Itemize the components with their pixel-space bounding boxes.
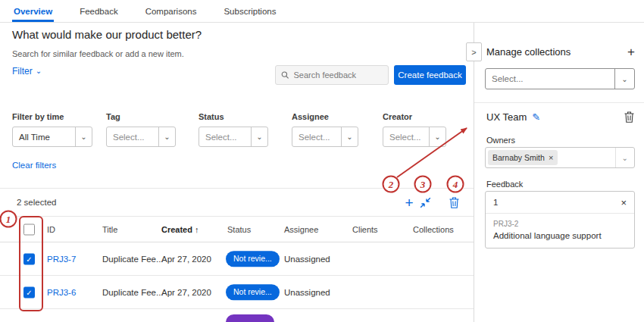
filter-field-creator: Creator Select... ⌄ [383, 112, 446, 147]
top-tabbar: Overview Feedback Comparisons Subscripti… [0, 0, 644, 23]
row-title: Duplicate Fee... [102, 255, 164, 264]
toolbar-add-button[interactable]: + [402, 195, 417, 210]
column-header-title[interactable]: Title [102, 225, 117, 234]
owner-tag-label: Barnaby Smith [492, 153, 545, 162]
column-header-clients[interactable]: Clients [352, 225, 378, 234]
merge-arrows-icon [420, 197, 431, 208]
feedback-app: Overview Feedback Comparisons Subscripti… [0, 0, 644, 322]
trash-icon [449, 197, 459, 208]
collapse-panel-button[interactable]: > [466, 42, 482, 61]
collection-name: UX Team [486, 111, 527, 123]
creator-filter-select[interactable]: Select... ⌄ [383, 127, 446, 147]
filter-label-tag: Tag [106, 112, 176, 121]
filter-toggle-label: Filter [12, 66, 33, 77]
chevron-down-icon: ⌄ [614, 69, 634, 89]
chevron-down-icon: ⌄ [75, 127, 92, 146]
edit-collection-button[interactable]: ✎ [532, 112, 540, 122]
pencil-icon: ✎ [532, 111, 540, 123]
collection-header: UX Team ✎ [486, 111, 634, 123]
panel-header: Manage collections + [486, 45, 635, 58]
tab-comparisons[interactable]: Comparisons [144, 0, 199, 22]
chevron-right-icon: > [471, 48, 476, 57]
select-all-checkbox[interactable] [23, 224, 35, 235]
filter-field-status: Status Select... ⌄ [199, 112, 268, 147]
tab-subscriptions[interactable]: Subscriptions [222, 0, 277, 22]
clear-filters-link[interactable]: Clear filters [12, 161, 56, 170]
toolbar-merge-button[interactable] [417, 195, 433, 210]
feedback-item-id: PRJ3-2 [493, 220, 627, 228]
time-filter-value: All Time [13, 127, 75, 146]
row-checkbox[interactable]: ✓ [23, 286, 35, 298]
creator-filter-value: Select... [383, 127, 429, 146]
owner-tag: Barnaby Smith × [488, 150, 558, 165]
tab-feedback[interactable]: Feedback [78, 0, 120, 22]
filter-field-assignee: Assignee Select... ⌄ [292, 112, 358, 147]
tag-filter-select[interactable]: Select... ⌄ [106, 127, 176, 147]
table-row: ✓ PRJ3-7 Duplicate Fee... Apr 27, 2020 N… [0, 242, 474, 276]
sort-asc-icon: ↑ [195, 225, 199, 234]
filter-label-time: Filter by time [12, 112, 92, 121]
page-title: What would make our product better? [12, 28, 202, 41]
create-feedback-button[interactable]: Create feedback [394, 65, 466, 85]
table-row: ✓ PRJ3-6 Duplicate Fee... Apr 27, 2020 N… [0, 276, 474, 309]
feedback-list-item[interactable]: PRJ3-2 Additional language support [486, 214, 634, 248]
page-subtitle: Search for similar feedback or add a new… [12, 49, 184, 58]
row-checkbox[interactable]: ✓ [23, 253, 35, 264]
column-header-status[interactable]: Status [227, 225, 251, 234]
table-header: ID Title Created ↑ Status Assignee Clien… [0, 217, 474, 242]
search-feedback-input[interactable] [294, 70, 383, 80]
column-header-id[interactable]: ID [47, 225, 55, 234]
filter-toggle[interactable]: Filter ⌄ [12, 66, 42, 77]
chevron-down-icon: ⌄ [341, 127, 358, 146]
chevron-down-icon: ⌄ [251, 127, 267, 146]
collection-select-value: Select... [486, 69, 614, 89]
delete-collection-button[interactable] [624, 111, 634, 123]
status-pill[interactable]: Not revie... [226, 284, 280, 301]
search-feedback-box[interactable] [275, 65, 389, 85]
feedback-filter-row: 1 × [486, 192, 634, 214]
chevron-down-icon: ⌄ [429, 127, 445, 146]
time-filter-select[interactable]: All Time ⌄ [12, 127, 92, 147]
tag-filter-value: Select... [107, 127, 158, 146]
remove-owner-icon[interactable]: × [549, 154, 553, 162]
check-icon: ✓ [26, 255, 32, 263]
column-header-collections[interactable]: Collections [413, 225, 454, 234]
owners-label: Owners [486, 136, 515, 145]
add-collection-button[interactable]: + [627, 45, 635, 58]
filter-label-assignee: Assignee [292, 112, 358, 121]
chevron-down-icon: ⌄ [615, 148, 634, 167]
row-title: Duplicate Fee... [102, 288, 164, 297]
manage-collections-panel: > Manage collections + Select... ⌄ UX Te… [474, 23, 644, 322]
row-created: Apr 27, 2020 [161, 288, 211, 297]
column-header-created-label: Created [161, 225, 192, 234]
filter-field-tag: Tag Select... ⌄ [106, 112, 176, 147]
column-header-created[interactable]: Created ↑ [161, 225, 199, 234]
status-filter-select[interactable]: Select... ⌄ [199, 127, 268, 147]
column-header-assignee[interactable]: Assignee [284, 225, 318, 234]
tab-overview[interactable]: Overview [12, 0, 54, 22]
trash-icon [624, 111, 634, 123]
row-id-link[interactable]: PRJ3-7 [47, 255, 76, 264]
toolbar-delete-button[interactable] [446, 195, 461, 210]
search-icon [281, 70, 289, 80]
main-content: What would make our product better? Sear… [0, 23, 474, 322]
status-filter-value: Select... [199, 127, 251, 146]
clear-feedback-filter-button[interactable]: × [621, 198, 627, 208]
panel-divider [474, 102, 644, 103]
owners-select[interactable]: Barnaby Smith × ⌄ [485, 147, 635, 168]
close-icon: × [621, 197, 627, 208]
row-assignee: Unassigned [284, 288, 330, 297]
assignee-filter-select[interactable]: Select... ⌄ [292, 127, 358, 147]
selected-count: 2 selected [17, 198, 56, 207]
chevron-down-icon: ⌄ [158, 127, 175, 146]
collection-select[interactable]: Select... ⌄ [485, 68, 635, 89]
status-pill-partial[interactable] [226, 314, 274, 322]
collection-feedback-box: 1 × PRJ3-2 Additional language support [485, 191, 635, 249]
row-id-link[interactable]: PRJ3-6 [47, 288, 76, 297]
row-created: Apr 27, 2020 [161, 255, 211, 264]
panel-title: Manage collections [486, 46, 571, 58]
status-pill[interactable]: Not revie... [226, 251, 280, 267]
filter-field-time: Filter by time All Time ⌄ [12, 112, 92, 147]
plus-icon: + [405, 195, 413, 210]
check-icon: ✓ [26, 288, 32, 296]
